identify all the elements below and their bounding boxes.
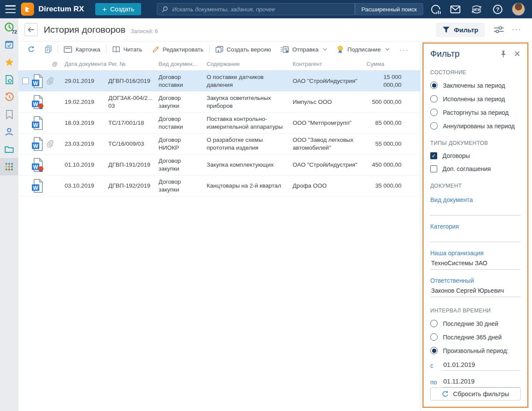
table-row[interactable]: W 03.10.2019 ДГВП-192/2019 Договор закуп… xyxy=(18,175,420,196)
new-badge-text: NEW xyxy=(472,7,481,12)
filter-field-value[interactable] xyxy=(430,230,521,242)
date-to-input[interactable]: 01.11.2019 xyxy=(442,378,521,387)
column-header-doctype[interactable]: Вид докумен... xyxy=(158,61,206,67)
task-check-icon xyxy=(4,40,14,49)
table-row[interactable]: W 18.03.2019 ТС/17/001/18 Договор постав… xyxy=(18,113,420,134)
radio-icon xyxy=(430,109,438,116)
column-header-content[interactable]: Содержание xyxy=(206,61,292,67)
hamburger-menu-icon[interactable] xyxy=(5,5,16,13)
document-list-area: Карточка Читать Редактировать Создать ве… xyxy=(18,41,421,411)
back-button[interactable] xyxy=(24,23,38,36)
sidebar-item-modules[interactable] xyxy=(0,158,18,175)
sidebar-item-tasks[interactable] xyxy=(0,36,18,53)
table-row[interactable]: W 23.03.2019 ТС/16/009/03 Договор НИОКР … xyxy=(18,134,420,154)
row-icons-cell: W xyxy=(18,176,64,195)
directum-logo[interactable] xyxy=(21,3,34,16)
card-button[interactable]: Карточка xyxy=(59,41,105,57)
table-row[interactable]: W 01.10.2019 ДГВП-191/2019 Договор закуп… xyxy=(18,154,420,175)
svg-text:?: ? xyxy=(496,6,500,13)
filter-field-label[interactable]: Ответственный xyxy=(430,277,521,284)
column-header-date[interactable]: Дата документа ↓ xyxy=(64,61,107,67)
cell-regno: ДГВП-192/2019 xyxy=(107,180,158,192)
radio-option[interactable]: Исполнены за период xyxy=(430,95,521,103)
column-header-counterparty[interactable]: Контрагент xyxy=(292,61,366,67)
whats-new-icon[interactable]: NEW xyxy=(470,3,484,15)
word-document-icon: W xyxy=(31,137,44,151)
sidebar-item-favorites[interactable] xyxy=(0,53,18,71)
edit-button[interactable]: Редактировать xyxy=(147,41,208,57)
toolbar-more-button[interactable]: ··· xyxy=(394,46,414,53)
sidebar-item-recent-documents[interactable] xyxy=(0,71,18,88)
create-version-icon xyxy=(215,46,223,53)
sidebar-item-history[interactable] xyxy=(0,88,18,106)
copy-button[interactable] xyxy=(40,41,57,57)
reports-icon[interactable] xyxy=(430,4,441,15)
radio-option[interactable]: Расторгнуты за период xyxy=(430,109,521,116)
filter-field-value[interactable] xyxy=(430,203,521,216)
search-input[interactable] xyxy=(172,6,355,13)
row-icons-cell: W xyxy=(18,155,64,175)
checkbox-option[interactable]: ✓ Договоры xyxy=(430,152,521,159)
cell-regno: ДГВП-191/2019 xyxy=(107,159,158,171)
sidebar-item-assignments[interactable]: 72 xyxy=(0,18,18,36)
sidebar-item-bookmarks[interactable] xyxy=(0,106,18,123)
filter-toggle-button[interactable]: Фильтр xyxy=(436,23,485,37)
mail-icon[interactable] xyxy=(450,4,461,14)
date-to-row: по 01.11.2019 xyxy=(430,378,521,387)
filter-field-value[interactable]: ТехноСистемы ЗАО xyxy=(430,257,521,270)
word-document-icon: W xyxy=(31,158,44,172)
search-bar[interactable]: Расширенный поиск xyxy=(157,3,423,15)
table-row[interactable]: W 19.02.2019 ДОГЗАК-004/2... 03 Договор … xyxy=(18,92,420,113)
sign-button[interactable]: Подписание xyxy=(332,41,394,57)
filter-field-label[interactable]: Категория xyxy=(430,223,521,230)
filter-field-value[interactable]: Законов Сергей Юрьевич xyxy=(430,284,521,297)
toolbar: Карточка Читать Редактировать Создать ве… xyxy=(18,41,420,57)
word-document-icon: W xyxy=(31,74,44,89)
radio-option[interactable]: Последние 365 дней xyxy=(430,333,521,341)
topbar: Directum RX + Создать Расширенный поиск xyxy=(0,0,532,18)
pin-icon[interactable] xyxy=(500,50,507,58)
column-header-regno[interactable]: Рег. № xyxy=(107,61,158,67)
cell-amount: 15 000 000,00 xyxy=(366,71,403,91)
checkbox-option[interactable]: Доп. соглашения xyxy=(430,165,521,172)
filter-section-state-label: СОСТОЯНИЕ xyxy=(430,69,521,75)
row-checkbox[interactable] xyxy=(22,78,29,84)
radio-option[interactable]: Последние 30 дней xyxy=(430,320,521,327)
cell-amount: 55 000,00 xyxy=(366,138,403,150)
radio-option[interactable]: Аннулированы за период xyxy=(430,122,521,130)
column-header-amount[interactable]: Сумма xyxy=(366,61,403,67)
star-icon xyxy=(4,57,14,67)
header-more-button[interactable]: ··· xyxy=(512,27,522,32)
cell-counterparty: ОАО "СтройИндустрия" xyxy=(292,159,366,171)
cell-date: 18.03.2019 xyxy=(64,117,107,129)
folder-icon xyxy=(4,145,14,154)
svg-text:W: W xyxy=(33,80,38,86)
table-body: W 29.01.2019 ДГВП-016/2019 Договор поста… xyxy=(18,71,420,196)
filter-interval-options: Последние 30 дней Последние 365 дней Про… xyxy=(430,314,521,354)
filter-field-label[interactable]: Наша организация xyxy=(430,250,521,257)
date-from-input[interactable]: 01.01.2019 xyxy=(442,361,521,371)
close-icon[interactable]: ✕ xyxy=(514,50,521,58)
filter-document-fields: Вид документа Категория Наша организация… xyxy=(430,189,521,297)
create-version-button[interactable]: Создать версию xyxy=(211,41,276,57)
toolbar-divider xyxy=(58,45,58,54)
advanced-search-button[interactable]: Расширенный поиск xyxy=(355,3,423,15)
create-button[interactable]: + Создать xyxy=(95,3,141,15)
read-button[interactable]: Читать xyxy=(107,41,147,57)
sidebar-item-employees[interactable] xyxy=(0,123,18,140)
refresh-button[interactable] xyxy=(23,41,40,57)
user-avatar[interactable] xyxy=(512,3,525,16)
filter-field-label[interactable]: Вид документа xyxy=(430,196,521,203)
radio-option[interactable]: Заключены за период xyxy=(430,82,521,89)
send-button[interactable]: Отправка xyxy=(276,41,332,57)
column-header-attachment[interactable]: @ xyxy=(18,61,64,67)
sidebar-item-folders[interactable] xyxy=(0,140,18,158)
refresh-icon xyxy=(28,46,35,53)
apps-grid-icon xyxy=(4,162,14,171)
view-settings-icon[interactable] xyxy=(494,25,504,34)
radio-option[interactable]: Произвольный период: xyxy=(430,347,521,354)
reset-filters-button[interactable]: Сбросить фильтры xyxy=(430,387,521,401)
row-icons-cell: W xyxy=(18,72,64,91)
table-row[interactable]: W 29.01.2019 ДГВП-016/2019 Договор поста… xyxy=(18,71,420,92)
help-icon[interactable]: ? xyxy=(492,4,503,15)
